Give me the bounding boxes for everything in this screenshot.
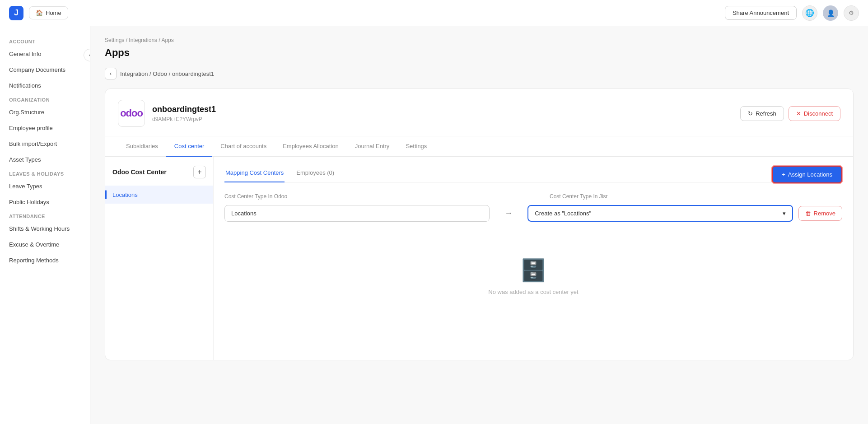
empty-icon: 🗄️ <box>520 258 547 283</box>
refresh-label: Refresh <box>756 110 776 117</box>
tab-settings[interactable]: Settings <box>397 136 435 157</box>
odoo-value-field: Locations <box>224 205 490 222</box>
refresh-button[interactable]: ↻ Refresh <box>740 106 784 121</box>
remove-label: Remove <box>814 210 835 217</box>
sidebar-section-account: Account <box>0 35 90 46</box>
mapping-arrow: → <box>495 209 522 218</box>
tab-employees-allocation[interactable]: Employees Allocation <box>275 136 347 157</box>
disconnect-icon: ✕ <box>796 110 801 117</box>
main-content: Settings / Integrations / Apps Apps ‹ In… <box>90 26 868 424</box>
app-name: onboardingtest1 <box>152 105 216 114</box>
top-nav-left: J 🏠 Home <box>9 6 68 20</box>
empty-text: No was added as a cost center yet <box>488 289 578 295</box>
jisr-value-text: Create as "Locations" <box>535 210 591 217</box>
sidebar-item-employee-profile[interactable]: Employee profile <box>0 120 90 136</box>
app-logo: J <box>9 6 23 20</box>
right-panel: Mapping Cost CentersEmployees (0) + Assi… <box>214 157 853 360</box>
mapping-row: Locations → Create as "Locations" ▾ 🗑 Re… <box>224 205 842 222</box>
tab-cost-center[interactable]: Cost center <box>166 136 212 157</box>
sidebar-item-notifications[interactable]: Notifications <box>0 78 90 93</box>
left-panel-items: Locations <box>105 186 213 204</box>
assign-label: Assign Locations <box>788 171 832 178</box>
sidebar-item-bulk-import-export[interactable]: Bulk import/Export <box>0 136 90 152</box>
app-card: odoo onboardingtest1 d9AMPk+E?YWrpvP ↻ R… <box>105 89 854 360</box>
sub-tab-mapping-cost-centers[interactable]: Mapping Cost Centers <box>224 166 285 182</box>
left-panel-title: Odoo Cost Center <box>112 168 167 176</box>
avatar-button[interactable]: 👤 <box>823 5 838 21</box>
top-nav: J 🏠 Home Share Announcement 🌐 👤 ⚙ <box>0 0 868 26</box>
sidebar-item-excuse-overtime[interactable]: Excuse & Overtime <box>0 237 90 252</box>
breadcrumb: Settings / Integrations / Apps <box>105 37 854 43</box>
app-header: odoo onboardingtest1 d9AMPk+E?YWrpvP ↻ R… <box>105 89 853 136</box>
tab-journal-entry[interactable]: Journal Entry <box>347 136 398 157</box>
integration-nav: ‹ Integration / Odoo / onboardingtest1 <box>105 68 854 79</box>
remove-mapping-button[interactable]: 🗑 Remove <box>798 206 842 221</box>
mapping-col-right: Cost Center Type In Jisr <box>550 193 837 200</box>
sidebar-item-org-structure[interactable]: Org.Structure <box>0 104 90 120</box>
sidebar-section-leaves-&-holidays: Leaves & Holidays <box>0 168 90 178</box>
app-layout: ‹ AccountGeneral InfoCompany DocumentsNo… <box>0 26 868 424</box>
sidebar-item-company-documents[interactable]: Company Documents <box>0 62 90 78</box>
assign-locations-button[interactable]: + Assign Locations <box>772 166 842 183</box>
app-body: Odoo Cost Center + Locations Mapping Cos… <box>105 157 853 360</box>
sidebar-item-leave-types[interactable]: Leave Types <box>0 178 90 194</box>
sidebar-item-shifts-working-hours[interactable]: Shifts & Working Hours <box>0 221 90 237</box>
app-key: d9AMPk+E?YWrpvP <box>152 116 216 122</box>
empty-state: 🗄️ No was added as a cost center yet <box>224 231 842 322</box>
trash-icon: 🗑 <box>805 210 811 217</box>
odoo-logo-text: odoo <box>120 107 143 119</box>
jisr-value-select[interactable]: Create as "Locations" ▾ <box>527 205 793 222</box>
left-panel-header: Odoo Cost Center + <box>105 166 213 186</box>
left-panel-item-locations[interactable]: Locations <box>105 186 213 204</box>
mapping-col-left: Cost Center Type In Odoo <box>224 193 512 200</box>
user-settings-button[interactable]: ⚙ <box>844 5 859 21</box>
odoo-logo: odoo <box>118 100 145 127</box>
share-announcement-button[interactable]: Share Announcement <box>725 6 797 20</box>
app-details: onboardingtest1 d9AMPk+E?YWrpvP <box>152 105 216 122</box>
sidebar: ‹ AccountGeneral InfoCompany DocumentsNo… <box>0 26 90 424</box>
active-indicator <box>105 190 107 199</box>
mapping-header: Cost Center Type In Odoo Cost Center Typ… <box>224 193 842 200</box>
mapping-section: Cost Center Type In Odoo Cost Center Typ… <box>224 193 842 222</box>
avatar-icon: 👤 <box>827 9 835 17</box>
app-actions: ↻ Refresh ✕ Disconnect <box>740 106 840 121</box>
home-icon: 🏠 <box>36 9 43 16</box>
integration-path: Integration / Odoo / onboardingtest1 <box>120 70 214 77</box>
home-label: Home <box>46 9 61 16</box>
assign-plus-icon: + <box>782 171 785 178</box>
sub-tab-employees[interactable]: Employees (0) <box>295 166 335 182</box>
sidebar-section-organization: Organization <box>0 93 90 104</box>
home-button[interactable]: 🏠 Home <box>29 6 68 19</box>
page-title: Apps <box>105 47 854 59</box>
sidebar-item-asset-types[interactable]: Asset Types <box>0 152 90 168</box>
globe-icon-button[interactable]: 🌐 <box>802 5 817 21</box>
top-nav-right: Share Announcement 🌐 👤 ⚙ <box>725 5 859 21</box>
sidebar-item-reporting-methods[interactable]: Reporting Methods <box>0 252 90 268</box>
app-info: odoo onboardingtest1 d9AMPk+E?YWrpvP <box>118 100 216 127</box>
app-tabs: SubsidiariesCost centerChart of accounts… <box>105 136 853 157</box>
left-panel: Odoo Cost Center + Locations <box>105 157 214 360</box>
disconnect-button[interactable]: ✕ Disconnect <box>789 106 840 121</box>
refresh-icon: ↻ <box>748 110 753 117</box>
tab-subsidiaries[interactable]: Subsidiaries <box>118 136 166 157</box>
integration-back-button[interactable]: ‹ <box>105 68 117 79</box>
sub-tabs: Mapping Cost CentersEmployees (0) <box>224 166 842 182</box>
sidebar-item-general-info[interactable]: General Info <box>0 46 90 62</box>
sidebar-section-attendance: Attendance <box>0 210 90 221</box>
add-cost-center-button[interactable]: + <box>193 166 206 178</box>
chevron-down-icon: ▾ <box>783 210 786 217</box>
sidebar-item-public-holidays[interactable]: Public Holidays <box>0 194 90 210</box>
left-panel-item-label-locations: Locations <box>112 191 138 198</box>
disconnect-label: Disconnect <box>804 110 833 117</box>
tab-chart-of-accounts[interactable]: Chart of accounts <box>212 136 275 157</box>
